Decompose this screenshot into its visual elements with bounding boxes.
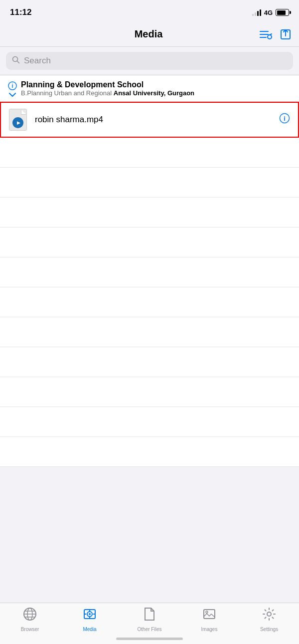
svg-text:i: i — [11, 83, 13, 89]
content-area: i Planning & Development School B.Planni… — [0, 75, 299, 467]
tab-other-files-label: Other Files — [138, 627, 162, 632]
file-name: robin sharma.mp4 — [35, 115, 279, 125]
svg-line-4 — [270, 34, 272, 35]
svg-point-20 — [89, 613, 91, 615]
tab-media[interactable]: Media — [60, 607, 120, 632]
quicktime-icon — [12, 117, 23, 128]
empty-row — [0, 287, 299, 317]
status-time: 11:12 — [10, 7, 31, 17]
tab-media-label: Media — [83, 627, 96, 632]
svg-line-8 — [17, 61, 19, 63]
tab-browser[interactable]: Browser — [0, 607, 60, 632]
empty-row — [0, 347, 299, 377]
empty-row — [0, 138, 299, 168]
group-info-icon[interactable]: i — [8, 81, 17, 98]
svg-text:i: i — [284, 115, 286, 122]
empty-row — [0, 257, 299, 287]
tab-other-files[interactable]: Other Files — [120, 607, 179, 632]
empty-row — [0, 168, 299, 198]
signal-bars-icon — [252, 9, 261, 16]
file-info-button[interactable]: i — [279, 113, 290, 127]
home-indicator — [116, 638, 183, 640]
search-icon — [12, 56, 20, 66]
empty-row — [0, 227, 299, 257]
page-title: Media — [38, 28, 259, 40]
svg-point-27 — [267, 612, 271, 616]
tab-images[interactable]: Images — [179, 607, 239, 632]
empty-rows — [0, 138, 299, 467]
group-title: Planning & Development School — [21, 80, 194, 89]
nav-bar: Media — [0, 22, 299, 47]
tab-browser-label: Browser — [21, 627, 39, 632]
nav-icons — [259, 29, 291, 40]
search-input[interactable]: Search — [24, 56, 51, 66]
search-bar[interactable]: Search — [6, 52, 293, 70]
empty-row — [0, 317, 299, 347]
battery-icon — [276, 9, 289, 16]
music-queue-button[interactable] — [259, 29, 272, 40]
group-subtitle: B.Planning Urban and Regional Ansal Univ… — [21, 89, 194, 97]
browser-icon — [23, 607, 37, 625]
file-icon — [9, 109, 29, 131]
tab-settings[interactable]: Settings — [239, 607, 299, 632]
empty-row — [0, 198, 299, 227]
svg-point-26 — [206, 611, 208, 613]
group-header: i Planning & Development School B.Planni… — [0, 75, 299, 102]
share-button[interactable] — [280, 29, 291, 40]
media-icon — [83, 607, 97, 625]
images-icon — [202, 607, 216, 625]
tab-images-label: Images — [201, 627, 218, 632]
network-label: 4G — [264, 9, 273, 16]
search-container: Search — [0, 47, 299, 75]
empty-row — [0, 377, 299, 407]
tab-settings-label: Settings — [260, 627, 278, 632]
settings-icon — [262, 607, 276, 625]
chevron-down-icon — [9, 91, 16, 98]
empty-row — [0, 437, 299, 467]
svg-point-3 — [268, 35, 272, 39]
status-bar: 11:12 4G — [0, 0, 299, 22]
svg-rect-25 — [204, 610, 215, 619]
other-files-icon — [143, 607, 156, 625]
status-icons: 4G — [252, 9, 289, 16]
file-list-item[interactable]: robin sharma.mp4 i — [0, 102, 299, 138]
empty-row — [0, 407, 299, 437]
